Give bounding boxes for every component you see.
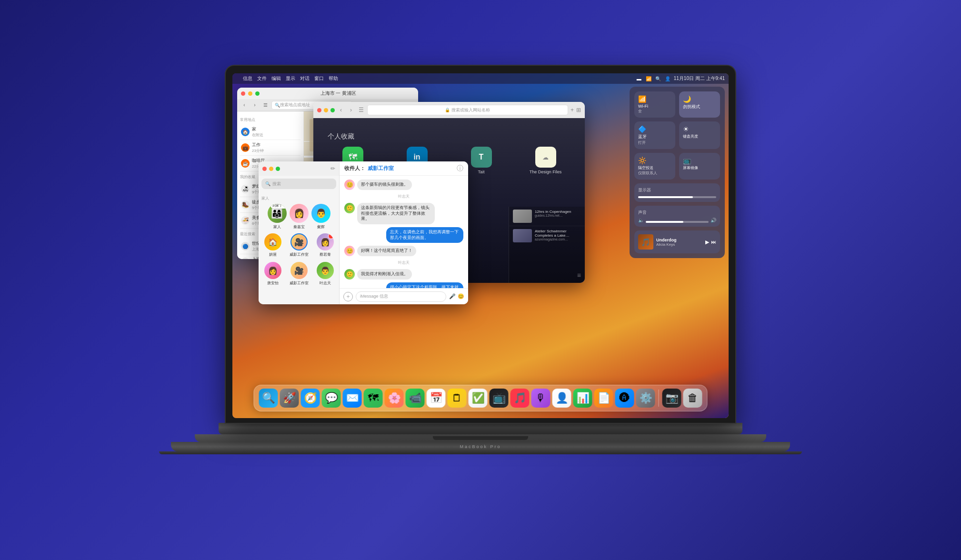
dock-finder[interactable]: 🔍 [259,389,278,408]
dock-notes[interactable]: 🗒 [448,389,467,408]
close-button[interactable] [241,91,245,96]
focus-tile[interactable]: 🌙 勿扰模式 [679,91,720,118]
airdrop-tile[interactable]: 🔆 隔空投送 仅限联系人 [634,153,675,180]
menubar-app-name[interactable]: 信息 [243,75,252,82]
contact-tanganyie[interactable]: 👩 唐安怡 [261,262,284,286]
messages-minimize-button[interactable] [269,167,273,171]
emoji-icon[interactable]: 😊 [458,293,464,300]
minimize-button[interactable] [248,91,252,96]
maps-back-icon[interactable]: ‹ [240,102,249,108]
dock-appstore[interactable]: 🅐 [615,389,634,408]
track-artist: Alicia Keys [656,242,702,247]
dock-mail[interactable]: ✉️ [343,389,362,408]
contact-item-family-group[interactable]: 👨‍👩‍👧 到家了！ 家人 [268,204,287,230]
audio-icon[interactable]: 🎤 [449,293,456,300]
brightness-slider[interactable] [638,196,716,198]
focus-icon: 🌙 [683,95,716,103]
dock-pages[interactable]: 📄 [594,389,613,408]
fav-label-design-files: The Design Files [530,170,562,174]
chat-attach-button[interactable]: + [343,292,353,301]
msg-5: 🙂 我觉得才刚刚渐入佳境。 [344,269,463,280]
messages-close-button[interactable] [262,167,267,171]
menubar-view[interactable]: 显示 [286,75,295,82]
maximize-button[interactable] [255,91,260,96]
dock-settings[interactable]: ⚙️ [636,389,655,408]
safari-close-button[interactable] [317,108,321,112]
airdrop-label: 隔空投送 [638,165,671,170]
contact-item-qinjiabao[interactable]: 👩 秦嘉宝 [290,204,309,230]
dock-maps[interactable]: 🗺 [364,389,383,408]
wifi-icon[interactable]: 📶 [645,75,652,82]
bluetooth-label: 蓝牙 [638,134,671,140]
maps-home-item[interactable]: 🏠 家 在附近 [240,124,300,140]
menubar-window[interactable]: 窗口 [314,75,324,82]
family-group-avatar: 👨‍👩‍👧 到家了！ [268,204,287,223]
messages-maximize-button[interactable] [276,167,280,171]
maps-sidebar-icon[interactable]: ☰ [261,102,270,108]
safari-forward-icon[interactable]: › [347,107,355,113]
cafe-icon: ☕ [241,159,250,168]
play-button[interactable]: ▶ [705,239,709,245]
wifi-tile[interactable]: 📶 Wi-Fi 全 [634,91,675,118]
contact-yanju[interactable]: 🏠 妍屋 [261,233,284,257]
safari-back-icon[interactable]: ‹ [337,107,345,113]
dock-numbers[interactable]: 📊 [573,389,592,408]
msg-3: 忘天，在调色之前，我想再调整一下那几个夜景的画面。 [344,227,463,243]
menubar-conversation[interactable]: 对话 [300,75,310,82]
messages-search-bar[interactable]: 🔍 搜索 [261,179,336,189]
keyboard-label: 键盘亮度 [683,134,716,139]
dock-appletv[interactable]: 📺 [490,389,509,408]
contact-weiying-second[interactable]: 🎥 威影工作室 [288,262,310,286]
playback-controls[interactable]: ▶ ⏭ [705,239,716,245]
cairuoqing-label: 蔡若青 [320,252,331,257]
dock-podcasts[interactable]: 🎙 [531,389,551,408]
contact-item-cunhui[interactable]: 👨 粲辉 [311,204,330,230]
dock-contacts[interactable]: 👤 [552,389,571,408]
safari-minimize-button[interactable] [324,108,328,112]
weiying-second-label: 威影工作室 [290,280,309,286]
menubar-left: 信息 文件 编辑 显示 对话 窗口 帮助 [236,75,636,82]
now-playing-widget: 🎵 Underdog Alicia Keys ▶ ⏭ [634,230,720,253]
sound-tile[interactable]: 声音 🔈 🔊 [634,206,720,227]
msg-4-bubble: 好啊！这个结尾简直绝了！ [357,246,416,256]
safari-url-bar[interactable]: 🔒 搜索或输入网站名称 [367,105,568,115]
dock-music[interactable]: 🎵 [511,389,530,408]
chat-text-input[interactable]: iMessage 信息 [356,291,446,302]
contact-cairuoqing[interactable]: 👩 蔡若青 [314,233,336,257]
contact-yezhitian[interactable]: 👨 叶志天 [314,262,336,286]
safari-tab-overview-icon[interactable]: ⊞ [576,107,581,113]
keyboard-tile[interactable]: ☀ 键盘亮度 [679,121,720,149]
spotlight-search-icon[interactable]: 🔍 [655,75,661,82]
safari-new-tab-icon[interactable]: + [571,107,574,113]
dock-calendar[interactable]: 📅 [427,389,446,408]
dock-trash[interactable]: 🗑 [683,389,702,408]
dock-safari[interactable]: 🧭 [301,389,320,408]
chat-info-icon[interactable]: ⓘ [457,164,463,173]
maps-work-item[interactable]: 💼 工作 23分钟 [240,140,300,156]
dock-camera[interactable]: 📷 [662,389,681,408]
dock-messages[interactable]: 💬 [322,389,341,408]
display-tile[interactable]: 显示器 [634,183,720,202]
safari-maximize-button[interactable] [330,108,335,112]
dock-reminders[interactable]: ✅ [469,389,488,408]
maps-forward-icon[interactable]: › [250,102,259,108]
safari-sidebar-icon[interactable]: ☰ [357,107,365,113]
screenmirror-tile[interactable]: 📺 屏幕镜像 [679,153,720,180]
contacts-grid-3: 👩 唐安怡 🎥 威影工作室 👨 叶志天 [261,262,336,286]
msg-1-bubble: 那个摄车的镜头很刺激。 [357,180,412,190]
msg-1-avatar: 😊 [344,180,355,190]
settings-icon[interactable]: ≡ [577,271,581,279]
contact-weiyingchuang[interactable]: 🎥 威影工作室 [288,233,310,257]
next-button[interactable]: ⏭ [711,239,716,245]
compose-icon[interactable]: ✏ [330,165,335,172]
dock-launchpad[interactable]: 🚀 [280,389,299,408]
menubar-file[interactable]: 文件 [257,75,267,82]
volume-slider[interactable] [646,221,709,223]
bluetooth-tile[interactable]: 🔷 蓝牙 打开 [634,121,675,149]
dock-facetime[interactable]: 📹 [406,389,425,408]
fav-item-design-files[interactable]: ☁ The Design Files [516,147,575,176]
dock-photos[interactable]: 🌸 [385,389,404,408]
menubar-edit[interactable]: 编辑 [271,75,281,82]
menubar-help[interactable]: 帮助 [329,75,338,82]
user-icon[interactable]: 👤 [664,75,671,82]
